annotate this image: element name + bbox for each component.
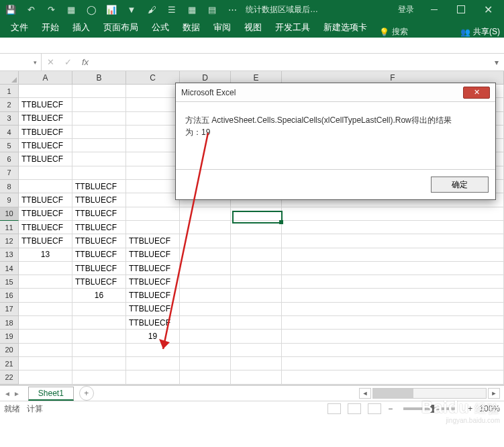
cell-E19[interactable] bbox=[231, 330, 282, 343]
row-header[interactable]: 5 bbox=[0, 139, 19, 152]
nav-prev-icon[interactable]: ◄ bbox=[4, 390, 11, 397]
cell-B2[interactable] bbox=[72, 98, 126, 111]
cell-F16[interactable] bbox=[282, 289, 504, 302]
cell-A21[interactable] bbox=[19, 357, 72, 370]
cell-A22[interactable] bbox=[19, 370, 72, 384]
zoom-out-button[interactable]: − bbox=[388, 404, 393, 413]
cell-C1[interactable] bbox=[126, 85, 180, 98]
cell-C6[interactable] bbox=[126, 152, 180, 166]
cell-B22[interactable] bbox=[72, 370, 126, 384]
row-header[interactable]: 17 bbox=[0, 303, 19, 316]
cell-D18[interactable] bbox=[180, 316, 231, 330]
cell-C4[interactable] bbox=[126, 126, 180, 139]
tab-layout[interactable]: 页面布局 bbox=[97, 17, 145, 38]
row-header[interactable]: 20 bbox=[0, 344, 19, 357]
cell-B16[interactable]: 16 bbox=[72, 289, 126, 302]
cell-D10[interactable] bbox=[180, 207, 231, 221]
col-header-A[interactable]: A bbox=[19, 71, 72, 84]
cell-C16[interactable]: TTBLUECF bbox=[126, 289, 180, 302]
row-header[interactable]: 19 bbox=[0, 330, 19, 343]
tab-data[interactable]: 数据 bbox=[176, 17, 207, 38]
tab-custom[interactable]: 新建选项卡 bbox=[317, 17, 374, 38]
cell-A1[interactable] bbox=[19, 85, 72, 98]
row-header[interactable]: 21 bbox=[0, 357, 19, 370]
sheet-nav[interactable]: ◄ ► bbox=[0, 390, 24, 397]
cell-C13[interactable]: TTBLUECF bbox=[126, 248, 180, 262]
maximize-button[interactable] bbox=[448, 0, 474, 19]
tab-view[interactable]: 视图 bbox=[238, 17, 268, 38]
cell-A7[interactable] bbox=[19, 166, 72, 180]
cell-C8[interactable] bbox=[126, 180, 180, 193]
cell-F17[interactable] bbox=[282, 303, 504, 316]
share-button[interactable]: 👥 共享(S) bbox=[460, 26, 500, 38]
cell-E14[interactable] bbox=[231, 262, 282, 275]
cell-E15[interactable] bbox=[231, 275, 282, 289]
border-icon[interactable]: ▦ bbox=[184, 3, 200, 16]
hscroll-right-icon[interactable]: ► bbox=[488, 388, 500, 399]
row-header[interactable]: 9 bbox=[0, 193, 19, 207]
cell-B6[interactable] bbox=[72, 152, 126, 166]
cell-B12[interactable]: TTBLUECF bbox=[72, 234, 126, 248]
select-all-corner[interactable] bbox=[0, 71, 19, 84]
cell-A8[interactable] bbox=[19, 180, 72, 193]
cell-B13[interactable]: TTBLUECF bbox=[72, 248, 126, 262]
cell-F19[interactable] bbox=[282, 330, 504, 343]
row-header[interactable]: 10 bbox=[0, 207, 19, 221]
cell-A20[interactable] bbox=[19, 344, 72, 357]
row-header[interactable]: 12 bbox=[0, 234, 19, 248]
cell-A14[interactable] bbox=[19, 262, 72, 275]
cell-B17[interactable] bbox=[72, 303, 126, 316]
cell-A9[interactable]: TTBLUECF bbox=[19, 193, 72, 207]
hscroll-track[interactable] bbox=[372, 388, 487, 399]
horizontal-scrollbar[interactable]: ◄ ► bbox=[355, 388, 504, 399]
cell-D16[interactable] bbox=[180, 289, 231, 302]
tab-formulas[interactable]: 公式 bbox=[145, 17, 176, 38]
circle-icon[interactable]: ◯ bbox=[83, 3, 99, 16]
fx-icon[interactable]: fx bbox=[77, 57, 94, 67]
cell-C17[interactable]: TTBLUECF bbox=[126, 303, 180, 316]
cell-A5[interactable]: TTBLUECF bbox=[19, 139, 72, 152]
cell-C19[interactable]: 19 bbox=[126, 330, 180, 343]
cell-A18[interactable] bbox=[19, 316, 72, 330]
col-header-C[interactable]: C bbox=[126, 71, 180, 84]
row-header[interactable]: 22 bbox=[0, 370, 19, 384]
row-header[interactable]: 13 bbox=[0, 248, 19, 262]
dialog-close-button[interactable]: ✕ bbox=[463, 87, 490, 99]
row-header[interactable]: 15 bbox=[0, 275, 19, 289]
sheet-tab-sheet1[interactable]: Sheet1 bbox=[28, 387, 74, 401]
cell-F22[interactable] bbox=[282, 370, 504, 384]
cell-D22[interactable] bbox=[180, 370, 231, 384]
close-button[interactable]: ✕ bbox=[474, 0, 501, 19]
view-page-layout-button[interactable] bbox=[348, 403, 361, 414]
cell-C3[interactable] bbox=[126, 112, 180, 126]
cell-D15[interactable] bbox=[180, 275, 231, 289]
cell-B11[interactable]: TTBLUECF bbox=[72, 221, 126, 234]
tab-insert[interactable]: 插入 bbox=[66, 17, 97, 38]
cell-B15[interactable]: TTBLUECF bbox=[72, 275, 126, 289]
tab-home[interactable]: 开始 bbox=[35, 17, 66, 38]
cell-A13[interactable]: 13 bbox=[19, 248, 72, 262]
cell-A11[interactable]: TTBLUECF bbox=[19, 221, 72, 234]
cell-B7[interactable] bbox=[72, 166, 126, 180]
cell-F21[interactable] bbox=[282, 357, 504, 370]
row-header[interactable]: 18 bbox=[0, 316, 19, 330]
cell-A10[interactable]: TTBLUECF bbox=[19, 207, 72, 221]
cell-F10[interactable] bbox=[282, 207, 504, 221]
cell-C18[interactable]: TTBLUECF bbox=[126, 316, 180, 330]
cell-D19[interactable] bbox=[180, 330, 231, 343]
cell-C22[interactable] bbox=[126, 370, 180, 384]
cell-A4[interactable]: TTBLUECF bbox=[19, 126, 72, 139]
cell-A19[interactable] bbox=[19, 330, 72, 343]
cell-E13[interactable] bbox=[231, 248, 282, 262]
undo-icon[interactable]: ↶ bbox=[23, 3, 39, 16]
cell-C15[interactable]: TTBLUECF bbox=[126, 275, 180, 289]
cell-B4[interactable] bbox=[72, 126, 126, 139]
cell-B5[interactable] bbox=[72, 139, 126, 152]
tab-developer[interactable]: 开发工具 bbox=[268, 17, 317, 38]
cell-B8[interactable]: TTBLUECF bbox=[72, 180, 126, 193]
cell-B9[interactable]: TTBLUECF bbox=[72, 193, 126, 207]
row-header[interactable]: 11 bbox=[0, 221, 19, 234]
format-icon[interactable]: 🖌 bbox=[144, 3, 160, 16]
row-header[interactable]: 7 bbox=[0, 166, 19, 180]
cell-E22[interactable] bbox=[231, 370, 282, 384]
